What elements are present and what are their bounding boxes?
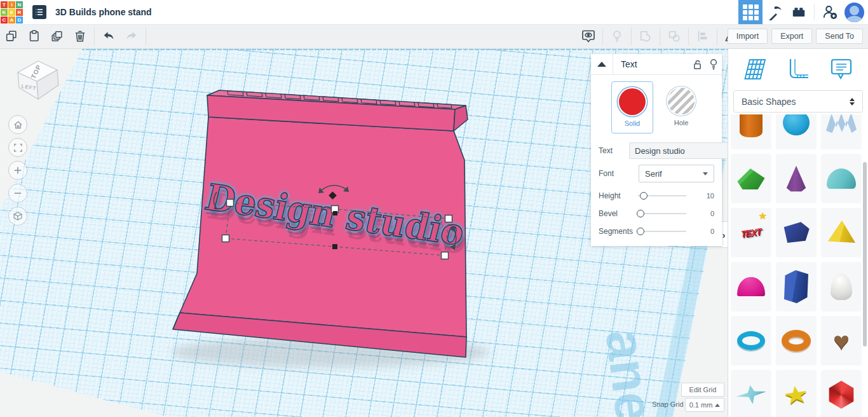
home-icon [13,120,23,130]
fit-view-icon [13,143,23,153]
fit-view-button[interactable] [8,138,27,157]
import-button[interactable]: Import [728,29,768,44]
shape-half-sphere[interactable] [731,262,771,311]
group-icon [639,29,653,43]
hole-option[interactable]: Hole [661,81,702,132]
shape-paraboloid[interactable] [821,262,862,311]
hole-label: Hole [674,119,689,126]
shape-heart[interactable]: ♥ [821,316,862,366]
height-value: 10 [695,192,714,200]
bulb-icon [610,29,624,43]
group-button[interactable] [634,25,657,48]
undo-button[interactable] [97,25,120,48]
caret-up-icon [715,404,720,407]
shape-tube[interactable] [731,316,771,366]
delete-button[interactable] [69,25,92,48]
duplicate-button[interactable] [46,25,69,48]
segments-slider-knob[interactable] [637,228,644,235]
avatar[interactable] [844,3,864,22]
add-collaborator-button[interactable] [818,0,842,24]
divider [631,27,632,45]
top-bar: T I N K E R C A D 3D Builds phone stand [0,0,868,25]
bevel-slider[interactable] [638,213,686,214]
hide-toggle-button[interactable] [705,58,722,70]
text-field-label: Text [599,146,629,155]
divider [94,27,95,45]
export-button[interactable]: Export [771,29,812,44]
segments-slider[interactable] [638,231,686,232]
shape-text[interactable]: TEXT★ [731,208,771,257]
redo-icon [125,29,139,43]
zoom-in-button[interactable] [8,161,27,180]
shape-polygon[interactable] [776,208,817,257]
shape-star[interactable]: ★ [776,370,817,417]
plus-icon [13,166,22,175]
solid-swatch[interactable] [619,88,646,115]
minecraft-export-button[interactable] [763,0,787,24]
inspector-header: Text [591,54,722,75]
paste-button[interactable] [23,25,46,48]
home-view-button[interactable] [8,115,27,134]
shape-cylinder[interactable] [731,114,771,149]
edit-toolbar: Import Export Send To [0,24,868,49]
snap-grid-value: 0.1 mm [689,401,713,409]
zoom-out-button[interactable] [8,184,27,203]
notes-tool-button[interactable] [827,56,855,83]
document-title[interactable]: 3D Builds phone stand [55,7,152,17]
shape-sphere[interactable] [776,114,817,149]
shape-cone[interactable] [776,154,817,203]
shape-scribble[interactable] [821,114,862,149]
lock-toggle-button[interactable] [689,59,705,70]
workplane-icon [742,57,768,81]
minus-icon [13,189,22,198]
light-button[interactable] [606,25,628,48]
dashboard-grid-button[interactable] [738,0,763,24]
solid-option[interactable]: Solid [611,81,653,133]
bevel-slider-knob[interactable] [637,210,644,217]
snap-grid-dropdown[interactable]: 0.1 mm [685,398,724,412]
copy-button[interactable] [0,25,23,48]
shape-pyramid[interactable] [821,208,862,257]
material-selector: Solid Hole [599,81,714,133]
view-cube[interactable]: TOP LEFT [10,56,64,103]
send-to-button[interactable]: Send To [816,29,863,44]
shape-icosahedron[interactable] [821,370,862,417]
perspective-toggle-button[interactable] [8,207,27,226]
edit-grid-button[interactable]: Edit Grid [681,383,724,397]
grid-icon [743,4,759,20]
brick-export-button[interactable] [787,0,811,24]
shape-round-roof[interactable] [821,154,862,203]
shape-category-dropdown[interactable]: Basic Shapes [733,90,863,113]
tinkercad-logo[interactable]: T I N K E R C A D [0,1,24,24]
shape-roof[interactable] [731,154,771,203]
font-value: Serif [645,169,662,179]
ruler-icon [785,57,811,81]
shape-torus[interactable] [776,316,817,366]
height-slider-knob[interactable] [640,192,648,200]
shape-hexagonal-prism[interactable] [776,262,817,311]
segments-value: 0 [695,228,714,235]
show-all-button[interactable] [577,25,600,48]
brick-icon [790,4,807,20]
notes-icon [829,57,854,81]
hole-swatch[interactable] [668,88,695,114]
align-button[interactable] [691,25,714,48]
workplane-tool-button[interactable] [741,56,769,83]
divider [660,27,660,45]
height-slider[interactable] [638,195,686,196]
perspective-cube-icon [13,211,23,221]
divider [602,27,603,45]
font-select[interactable]: Serif [639,165,714,182]
ruler-tool-button[interactable] [784,56,812,83]
ungroup-button[interactable] [663,25,686,48]
logo-letter: C [1,17,8,24]
avatar-body [846,16,862,22]
logo-letter: T [1,1,8,8]
redo-button[interactable] [120,25,143,48]
shapes-scrollbar[interactable] [863,162,867,346]
stand-bar-end [454,106,468,131]
shape-four-point-star[interactable] [731,370,771,417]
collapse-panel-button[interactable] [591,54,613,74]
design-properties-icon[interactable] [32,5,46,19]
logo-letter: A [8,17,15,24]
